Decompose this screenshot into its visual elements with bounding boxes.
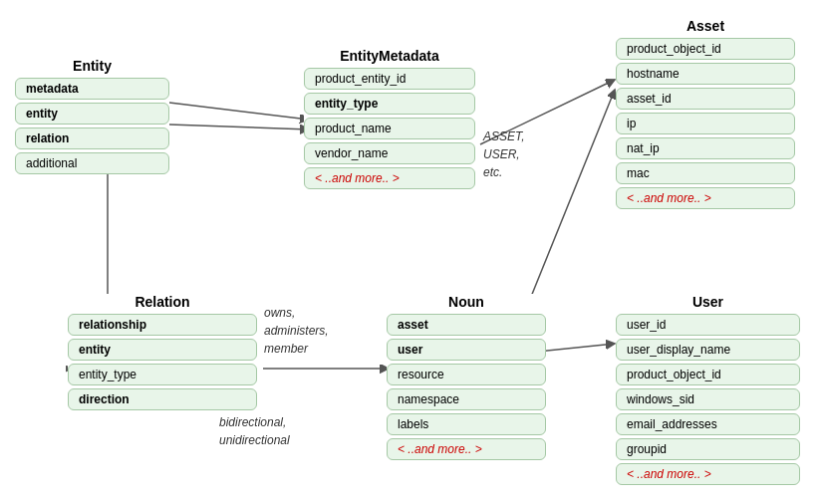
- noun-field-user: user: [387, 339, 546, 361]
- relation-field-entity: entity: [68, 339, 257, 361]
- user-field-user-id: user_id: [616, 314, 800, 336]
- entity-type-annotation: ASSET,USER,etc.: [483, 127, 525, 181]
- asset-field-ip: ip: [616, 113, 795, 134]
- svg-line-2: [169, 103, 309, 120]
- relation-field-list: relationship entity entity_type directio…: [68, 314, 257, 410]
- noun-field-asset: asset: [387, 314, 546, 336]
- relation-box: Relation relationship entity entity_type…: [68, 294, 257, 410]
- diagram: Entity metadata entity relation addition…: [0, 0, 820, 504]
- user-field-list: user_id user_display_name product_object…: [616, 314, 800, 485]
- entity-title: Entity: [15, 58, 169, 74]
- em-field-product-entity-id: product_entity_id: [304, 68, 475, 90]
- asset-field-more: < ..and more.. >: [616, 187, 795, 209]
- asset-field-nat-ip: nat_ip: [616, 137, 795, 159]
- em-field-vendor-name: vendor_name: [304, 142, 475, 164]
- asset-field-product-object-id: product_object_id: [616, 38, 795, 60]
- entity-metadata-title: EntityMetadata: [304, 48, 475, 64]
- user-field-groupid: groupid: [616, 438, 800, 460]
- relation-field-direction: direction: [68, 388, 257, 410]
- asset-box: Asset product_object_id hostname asset_i…: [616, 18, 795, 209]
- entity-field-entity: entity: [15, 103, 169, 125]
- user-field-user-display-name: user_display_name: [616, 339, 800, 361]
- asset-field-list: product_object_id hostname asset_id ip n…: [616, 38, 795, 209]
- entity-field-metadata: metadata: [15, 78, 169, 100]
- entity-field-relation: relation: [15, 127, 169, 149]
- asset-field-hostname: hostname: [616, 63, 795, 85]
- entity-metadata-field-list: product_entity_id entity_type product_na…: [304, 68, 475, 189]
- asset-title: Asset: [616, 18, 795, 34]
- noun-field-more: < ..and more.. >: [387, 438, 546, 460]
- em-field-more: < ..and more.. >: [304, 167, 475, 189]
- em-field-entity-type: entity_type: [304, 93, 475, 115]
- noun-box: Noun asset user resource namespace label…: [387, 294, 546, 460]
- relation-field-relationship: relationship: [68, 314, 257, 336]
- user-title: User: [616, 294, 800, 310]
- owns-annotation: owns,administers,member: [264, 304, 329, 358]
- noun-field-list: asset user resource namespace labels < .…: [387, 314, 546, 460]
- user-box: User user_id user_display_name product_o…: [616, 294, 800, 485]
- noun-field-namespace: namespace: [387, 388, 546, 410]
- svg-line-3: [169, 125, 309, 129]
- relation-title: Relation: [68, 294, 257, 310]
- asset-field-asset-id: asset_id: [616, 88, 795, 110]
- entity-field-additional: additional: [15, 152, 169, 174]
- user-field-email-addresses: email_addresses: [616, 413, 800, 435]
- relation-field-entity-type: entity_type: [68, 364, 257, 385]
- user-field-more: < ..and more.. >: [616, 463, 800, 485]
- entity-metadata-box: EntityMetadata product_entity_id entity_…: [304, 48, 475, 189]
- noun-field-labels: labels: [387, 413, 546, 435]
- user-field-windows-sid: windows_sid: [616, 388, 800, 410]
- svg-line-7: [518, 90, 615, 329]
- asset-field-mac: mac: [616, 162, 795, 184]
- user-field-product-object-id: product_object_id: [616, 364, 800, 385]
- entity-field-list: metadata entity relation additional: [15, 78, 169, 174]
- entity-entity-box: Entity metadata entity relation addition…: [15, 58, 169, 174]
- noun-title: Noun: [387, 294, 546, 310]
- noun-field-resource: resource: [387, 364, 546, 385]
- em-field-product-name: product_name: [304, 118, 475, 139]
- directional-annotation: bidirectional,unidirectional: [219, 413, 290, 449]
